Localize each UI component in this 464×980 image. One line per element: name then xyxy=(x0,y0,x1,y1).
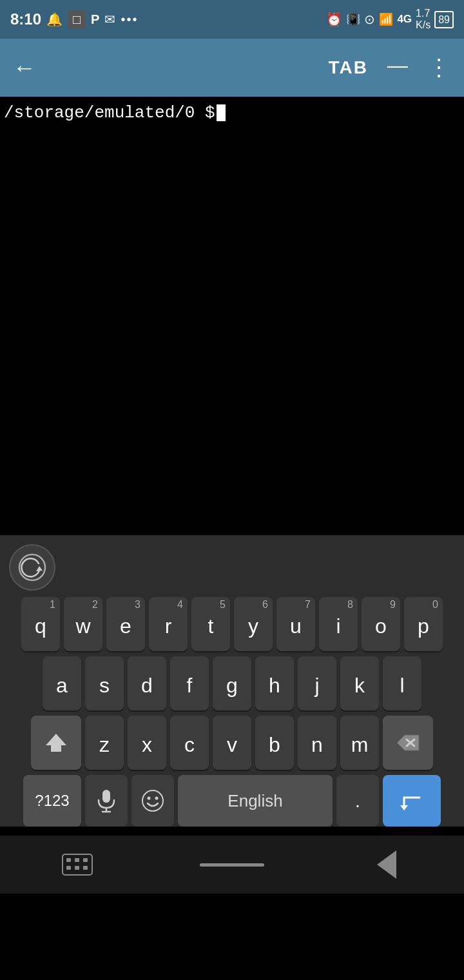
alarm-icon: ⏰ xyxy=(326,12,342,27)
speed-label: 1.7K/s xyxy=(416,8,430,31)
4g-label: 4G xyxy=(397,13,412,26)
key-r[interactable]: 4 r xyxy=(149,597,188,651)
keyboard-row-2: a s d f g h j k l xyxy=(0,656,464,710)
key-g[interactable]: g xyxy=(213,656,251,710)
signal-icon: 📶 xyxy=(379,12,393,26)
key-u[interactable]: 7 u xyxy=(276,597,315,651)
svg-rect-16 xyxy=(75,858,79,862)
svg-point-10 xyxy=(155,797,159,800)
terminal-cursor xyxy=(217,104,226,121)
status-left: 8:10 🔔 □ P ✉ ••• xyxy=(10,10,138,28)
enter-button[interactable] xyxy=(383,775,441,827)
email-icon: ✉ xyxy=(104,12,115,27)
battery-icon: 89 xyxy=(434,11,454,28)
cast-icon: ⊙ xyxy=(364,12,375,27)
parking-icon: P xyxy=(91,12,99,27)
key-d[interactable]: d xyxy=(128,656,166,710)
status-right: ⏰ 📳 ⊙ 📶 4G 1.7K/s 89 xyxy=(326,8,454,31)
key-i[interactable]: 8 i xyxy=(319,597,358,651)
backspace-button[interactable] xyxy=(383,716,433,770)
svg-rect-20 xyxy=(83,866,88,870)
key-z[interactable]: z xyxy=(85,716,124,770)
app-bar: ← TAB — ⋮ xyxy=(0,39,464,97)
key-f[interactable]: f xyxy=(170,656,209,710)
notification-icon: 🔔 xyxy=(46,12,63,27)
svg-rect-17 xyxy=(83,858,88,862)
key-b[interactable]: b xyxy=(255,716,294,770)
more-dots-icon: ••• xyxy=(121,12,138,27)
key-c[interactable]: c xyxy=(170,716,209,770)
home-indicator xyxy=(200,863,264,867)
key-v[interactable]: v xyxy=(213,716,251,770)
svg-rect-5 xyxy=(102,790,110,803)
key-y[interactable]: 6 y xyxy=(234,597,273,651)
key-h[interactable]: h xyxy=(255,656,294,710)
nav-back-button[interactable] xyxy=(354,845,419,884)
nav-bar xyxy=(0,836,464,894)
mic-button[interactable] xyxy=(85,775,128,827)
key-l[interactable]: l xyxy=(383,656,421,710)
shift-button[interactable] xyxy=(31,716,81,770)
vibrate-icon: 📳 xyxy=(346,12,360,26)
minimize-button[interactable]: — xyxy=(387,55,408,81)
numbers-button[interactable]: ?123 xyxy=(23,775,81,827)
terminal-area[interactable]: /storage/emulated/0 $ xyxy=(0,97,464,535)
key-e[interactable]: 3 e xyxy=(106,597,145,651)
key-x[interactable]: x xyxy=(128,716,166,770)
svg-point-9 xyxy=(148,797,151,800)
app-title: TAB xyxy=(329,57,368,78)
svg-marker-13 xyxy=(400,805,408,810)
keyboard: 1 q 2 w 3 e 4 r 5 t 6 y 7 u 8 i xyxy=(0,535,464,827)
status-time: 8:10 xyxy=(10,10,41,28)
key-o[interactable]: 9 o xyxy=(362,597,400,651)
keyboard-row-3: z x c v b n m xyxy=(0,716,464,770)
svg-rect-19 xyxy=(75,866,79,870)
svg-rect-15 xyxy=(66,858,71,862)
more-options-button[interactable]: ⋮ xyxy=(427,54,451,81)
period-button[interactable]: . xyxy=(336,775,379,827)
svg-point-8 xyxy=(142,790,163,811)
key-n[interactable]: n xyxy=(298,716,336,770)
keyboard-icon-row xyxy=(0,544,464,597)
gboard-icon[interactable] xyxy=(9,544,55,591)
terminal-prompt-text: /storage/emulated/0 $ xyxy=(4,103,215,122)
screenshot-icon: □ xyxy=(68,10,86,28)
key-q[interactable]: 1 q xyxy=(21,597,60,651)
space-button[interactable]: English xyxy=(178,775,333,827)
key-j[interactable]: j xyxy=(298,656,336,710)
key-t[interactable]: 5 t xyxy=(191,597,230,651)
svg-marker-1 xyxy=(36,566,43,571)
keyboard-bottom-row: ?123 English . xyxy=(0,775,464,827)
nav-home-button[interactable] xyxy=(200,845,264,884)
key-w[interactable]: 2 w xyxy=(64,597,102,651)
terminal-prompt: /storage/emulated/0 $ xyxy=(4,103,460,122)
emoji-button[interactable] xyxy=(131,775,174,827)
key-k[interactable]: k xyxy=(340,656,379,710)
key-a[interactable]: a xyxy=(43,656,81,710)
key-s[interactable]: s xyxy=(85,656,124,710)
svg-rect-14 xyxy=(63,854,92,875)
svg-rect-18 xyxy=(66,866,71,870)
key-m[interactable]: m xyxy=(340,716,379,770)
nav-keyboard-button[interactable] xyxy=(45,845,110,884)
keyboard-row-1: 1 q 2 w 3 e 4 r 5 t 6 y 7 u 8 i xyxy=(0,597,464,651)
svg-marker-2 xyxy=(46,734,66,752)
back-button[interactable]: ← xyxy=(13,54,36,81)
status-bar: 8:10 🔔 □ P ✉ ••• ⏰ 📳 ⊙ 📶 4G 1.7K/s 89 xyxy=(0,0,464,39)
back-triangle-icon xyxy=(377,850,396,879)
key-p[interactable]: 0 p xyxy=(404,597,443,651)
